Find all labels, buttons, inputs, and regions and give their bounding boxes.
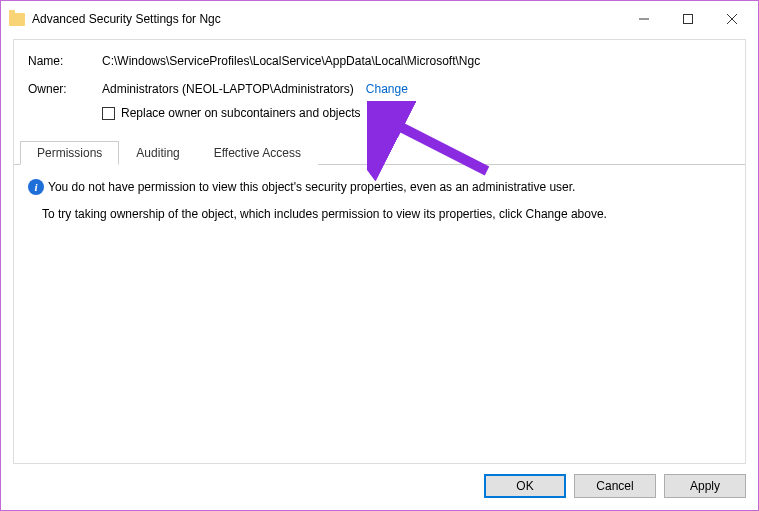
tab-permissions[interactable]: Permissions [20,141,119,165]
window-controls [622,5,754,33]
apply-button[interactable]: Apply [664,474,746,498]
content-panel: Name: C:\Windows\ServiceProfiles\LocalSe… [13,39,746,464]
name-row: Name: C:\Windows\ServiceProfiles\LocalSe… [28,54,731,68]
name-label: Name: [28,54,102,68]
maximize-button[interactable] [666,5,710,33]
no-permission-text: You do not have permission to view this … [48,180,575,194]
tab-content: i You do not have permission to view thi… [14,165,745,235]
owner-label: Owner: [28,82,102,96]
owner-value: Administrators (NEOL-LAPTOP\Administrato… [102,82,354,96]
replace-owner-label: Replace owner on subcontainers and objec… [121,106,360,120]
replace-owner-row: Replace owner on subcontainers and objec… [102,106,731,120]
tab-auditing[interactable]: Auditing [119,141,196,165]
close-button[interactable] [710,5,754,33]
title-bar: Advanced Security Settings for Ngc [5,5,754,33]
replace-owner-checkbox[interactable] [102,107,115,120]
ok-button[interactable]: OK [484,474,566,498]
svg-rect-1 [684,15,693,24]
info-area: Name: C:\Windows\ServiceProfiles\LocalSe… [14,40,745,136]
folder-icon [9,13,25,26]
hint-text: To try taking ownership of the object, w… [42,207,731,221]
no-permission-line: i You do not have permission to view thi… [28,179,731,195]
info-icon: i [28,179,44,195]
change-owner-link[interactable]: Change [366,82,408,96]
window-title: Advanced Security Settings for Ngc [32,12,622,26]
dialog-buttons: OK Cancel Apply [484,474,746,498]
cancel-button[interactable]: Cancel [574,474,656,498]
tab-effective-access[interactable]: Effective Access [197,141,318,165]
owner-row: Owner: Administrators (NEOL-LAPTOP\Admin… [28,82,731,96]
name-value: C:\Windows\ServiceProfiles\LocalService\… [102,54,480,68]
minimize-button[interactable] [622,5,666,33]
tab-strip: Permissions Auditing Effective Access [14,140,745,165]
